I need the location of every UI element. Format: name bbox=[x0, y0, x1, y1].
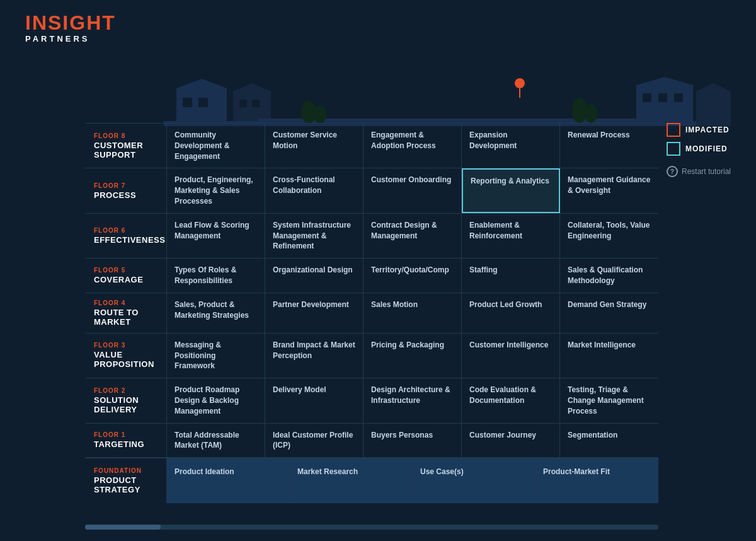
svg-point-23 bbox=[585, 104, 597, 123]
cell-f7-c4[interactable]: Management Guidance & Oversight bbox=[560, 168, 658, 212]
cell-f2-c1[interactable]: Delivery Model bbox=[265, 378, 364, 422]
svg-rect-11 bbox=[636, 85, 693, 126]
cell-f3-c1[interactable]: Brand Impact & Market Perception bbox=[265, 334, 364, 378]
scrollbar[interactable] bbox=[85, 525, 658, 530]
foundation-cell-3[interactable]: Product-Market Fit bbox=[536, 458, 658, 503]
svg-rect-16 bbox=[696, 91, 731, 126]
cell-f2-c0[interactable]: Product Roadmap Design & Backlog Managem… bbox=[167, 378, 265, 422]
cell-f8-c1[interactable]: Customer Service Motion bbox=[265, 124, 364, 168]
floor-cells-8: Community Development & EngagementCustom… bbox=[167, 124, 658, 168]
cell-f1-c2[interactable]: Buyers Personas bbox=[364, 424, 462, 458]
svg-point-22 bbox=[572, 98, 587, 123]
cell-f4-c1[interactable]: Partner Development bbox=[265, 293, 364, 333]
svg-point-21 bbox=[314, 106, 326, 124]
floor-number-1: FLOOR 1 bbox=[94, 431, 158, 438]
cell-f6-c1[interactable]: System Infrastructure Management & Refin… bbox=[265, 214, 364, 258]
floor-cells-6: Lead Flow & Scoring ManagementSystem Inf… bbox=[167, 214, 658, 258]
floor-number-5: FLOOR 5 bbox=[94, 267, 158, 274]
cell-f6-c2[interactable]: Contract Design & Management bbox=[364, 214, 462, 258]
cell-f2-c4[interactable]: Testing, Triage & Change Management Proc… bbox=[560, 378, 658, 422]
cell-f5-c4[interactable]: Sales & Qualification Methodology bbox=[560, 259, 658, 293]
floor-cells-4: Sales, Product & Marketing StrategiesPar… bbox=[167, 293, 658, 333]
floor-cells-7: Product, Engineering, Marketing & Sales … bbox=[167, 168, 658, 212]
impacted-label: IMPACTED bbox=[685, 125, 730, 134]
floor-label-2: FLOOR 2SOLUTION DELIVERY bbox=[85, 378, 167, 422]
floor-number-3: FLOOR 3 bbox=[94, 342, 158, 349]
floor-cells-5: Types Of Roles & ResponsibilitiesOrganiz… bbox=[167, 259, 658, 293]
floor-cells-2: Product Roadmap Design & Backlog Managem… bbox=[167, 378, 658, 422]
svg-rect-3 bbox=[183, 98, 192, 107]
floor-row-7: FLOOR 7PROCESSProduct, Engineering, Mark… bbox=[85, 168, 658, 213]
floor-row-8: FLOOR 8CUSTOMER SUPPORTCommunity Develop… bbox=[85, 123, 658, 168]
svg-rect-15 bbox=[674, 93, 683, 102]
cell-f6-c4[interactable]: Collateral, Tools, Value Engineering bbox=[560, 214, 658, 258]
svg-rect-7 bbox=[239, 100, 247, 107]
legend-modified: MODIFIED bbox=[667, 142, 731, 156]
floor-name-3: VALUE PROPOSITION bbox=[94, 350, 158, 369]
floor-cells-1: Total Addressable Market (TAM)Ideal Cust… bbox=[167, 424, 658, 458]
cell-f4-c0[interactable]: Sales, Product & Marketing Strategies bbox=[167, 293, 265, 333]
foundation-cell-1[interactable]: Market Research bbox=[290, 458, 413, 503]
floor-label-5: FLOOR 5COVERAGE bbox=[85, 259, 167, 293]
cell-f4-c3[interactable]: Product Led Growth bbox=[462, 293, 560, 333]
legend-impacted: IMPACTED bbox=[667, 123, 731, 137]
legend: IMPACTED MODIFIED ? Restart tutorial bbox=[667, 123, 731, 177]
floor-label-4: FLOOR 4ROUTE TO MARKET bbox=[85, 293, 167, 333]
cell-f7-c1[interactable]: Cross-Functional Collaboration bbox=[265, 168, 364, 212]
cell-f2-c3[interactable]: Code Evaluation & Documentation bbox=[462, 378, 560, 422]
cell-f7-c0[interactable]: Product, Engineering, Marketing & Sales … bbox=[167, 168, 265, 212]
floor-label-7: FLOOR 7PROCESS bbox=[85, 168, 167, 212]
cell-f3-c4[interactable]: Market Intelligence bbox=[560, 334, 658, 378]
cell-f5-c1[interactable]: Organizational Design bbox=[265, 259, 364, 293]
foundation-row: FOUNDATIONPRODUCT STRATEGYProduct Ideati… bbox=[85, 458, 658, 503]
cell-f4-c2[interactable]: Sales Motion bbox=[364, 293, 462, 333]
floor-row-3: FLOOR 3VALUE PROPOSITIONMessaging & Posi… bbox=[85, 334, 658, 378]
floor-name-4: ROUTE TO MARKET bbox=[94, 308, 158, 327]
svg-point-20 bbox=[301, 101, 316, 124]
cell-f1-c1[interactable]: Ideal Customer Profile (ICP) bbox=[265, 424, 364, 458]
floor-name-7: PROCESS bbox=[94, 190, 158, 200]
svg-rect-4 bbox=[198, 98, 208, 107]
cell-f8-c0[interactable]: Community Development & Engagement bbox=[167, 124, 265, 168]
cell-f8-c2[interactable]: Engagement & Adoption Process bbox=[364, 124, 462, 168]
cell-f4-c4[interactable]: Demand Gen Strategy bbox=[560, 293, 658, 333]
cell-f6-c3[interactable]: Enablement & Reinforcement bbox=[462, 214, 560, 258]
cell-f2-c2[interactable]: Design Architecture & Infrastructure bbox=[364, 378, 462, 422]
svg-rect-13 bbox=[643, 93, 651, 102]
cell-f7-c3[interactable]: Reporting & Analytics bbox=[462, 168, 560, 212]
cell-f6-c0[interactable]: Lead Flow & Scoring Management bbox=[167, 214, 265, 258]
cell-f5-c2[interactable]: Territory/Quota/Comp bbox=[364, 259, 462, 293]
cell-f3-c0[interactable]: Messaging & Positioning Framework bbox=[167, 334, 265, 378]
cell-f3-c2[interactable]: Pricing & Packaging bbox=[364, 334, 462, 378]
restart-tutorial-button[interactable]: ? Restart tutorial bbox=[667, 166, 731, 177]
cell-f7-c2[interactable]: Customer Onboarding bbox=[364, 168, 462, 212]
cell-f1-c4[interactable]: Segmentation bbox=[560, 424, 658, 458]
impacted-box bbox=[667, 123, 680, 137]
cell-f3-c3[interactable]: Customer Intelligence bbox=[462, 334, 560, 378]
building-illustration bbox=[164, 76, 731, 126]
floor-row-2: FLOOR 2SOLUTION DELIVERYProduct Roadmap … bbox=[85, 378, 658, 423]
foundation-cell-2[interactable]: Use Case(s) bbox=[413, 458, 536, 503]
floor-number-8: FLOOR 8 bbox=[94, 132, 158, 139]
floor-label-3: FLOOR 3VALUE PROPOSITION bbox=[85, 334, 167, 378]
floor-name-8: CUSTOMER SUPPORT bbox=[94, 141, 158, 160]
logo-partners: PARTNERS bbox=[25, 34, 116, 44]
foundation-cell-0[interactable]: Product Ideation bbox=[167, 458, 290, 503]
floor-number-4: FLOOR 4 bbox=[94, 300, 158, 306]
cell-f5-c0[interactable]: Types Of Roles & Responsibilities bbox=[167, 259, 265, 293]
cell-f8-c3[interactable]: Expansion Development bbox=[462, 124, 560, 168]
cell-f1-c3[interactable]: Customer Journey bbox=[462, 424, 560, 458]
floor-number-7: FLOOR 7 bbox=[94, 182, 158, 189]
floor-label-1: FLOOR 1TARGETING bbox=[85, 424, 167, 458]
floor-name-5: COVERAGE bbox=[94, 275, 158, 284]
svg-rect-8 bbox=[252, 100, 260, 107]
cell-f8-c4[interactable]: Renewal Process bbox=[560, 124, 658, 168]
floor-label-6: FLOOR 6EFFECTIVENESS bbox=[85, 214, 167, 258]
floor-row-5: FLOOR 5COVERAGETypes Of Roles & Responsi… bbox=[85, 259, 658, 293]
floor-name-1: TARGETING bbox=[94, 439, 158, 449]
floor-number-6: FLOOR 6 bbox=[94, 227, 158, 234]
cell-f5-c3[interactable]: Staffing bbox=[462, 259, 560, 293]
cell-f1-c0[interactable]: Total Addressable Market (TAM) bbox=[167, 424, 265, 458]
scrollbar-thumb[interactable] bbox=[85, 525, 161, 530]
modified-box bbox=[667, 142, 680, 156]
